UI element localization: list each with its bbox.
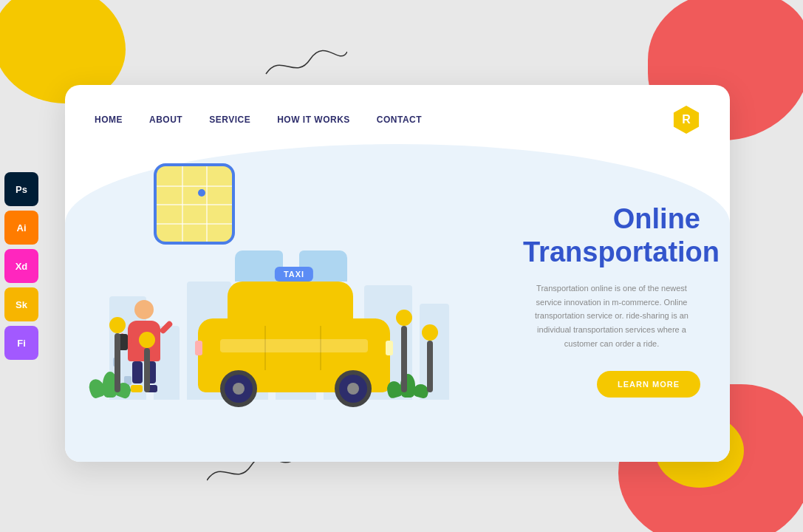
photoshop-icon[interactable]: Ps [4,172,38,206]
sketch-icon[interactable]: Sk [4,287,38,321]
car-wheel-left [220,370,257,407]
xd-icon[interactable]: Xd [4,249,38,283]
navbar: HOME ABOUT SERVICE HOW IT WORKS CONTACT … [65,85,730,134]
nav-contact[interactable]: CONTACT [377,115,422,125]
taxi-car: TAXI [198,318,390,392]
squiggle-top [259,44,347,89]
learn-more-button[interactable]: LEARN MORE [597,371,700,398]
nav-logo: R [672,106,700,134]
street-light-2 [139,332,155,392]
nav-about[interactable]: ABOUT [149,115,182,125]
street-light-1 [109,317,126,392]
nav-how-it-works[interactable]: HOW IT WORKS [277,115,350,125]
nav-home[interactable]: HOME [95,115,123,125]
hero-description: Transportation online is one of the newe… [523,282,700,350]
left-toolbar: Ps Ai Xd Sk Fi [0,166,43,366]
illustrator-icon[interactable]: Ai [4,211,38,245]
nav-service[interactable]: SERVICE [209,115,250,125]
map-phone [154,163,235,245]
figma-icon[interactable]: Fi [4,326,38,360]
hero-title: Online Transportation [523,202,700,270]
right-content: Online Transportation Transportation onl… [508,149,730,451]
taxi-sign: TAXI [275,267,313,282]
car-wheel-right [335,370,372,407]
street-light-3 [396,310,412,392]
street-light-4 [422,324,438,392]
main-card: HOME ABOUT SERVICE HOW IT WORKS CONTACT … [65,85,730,462]
